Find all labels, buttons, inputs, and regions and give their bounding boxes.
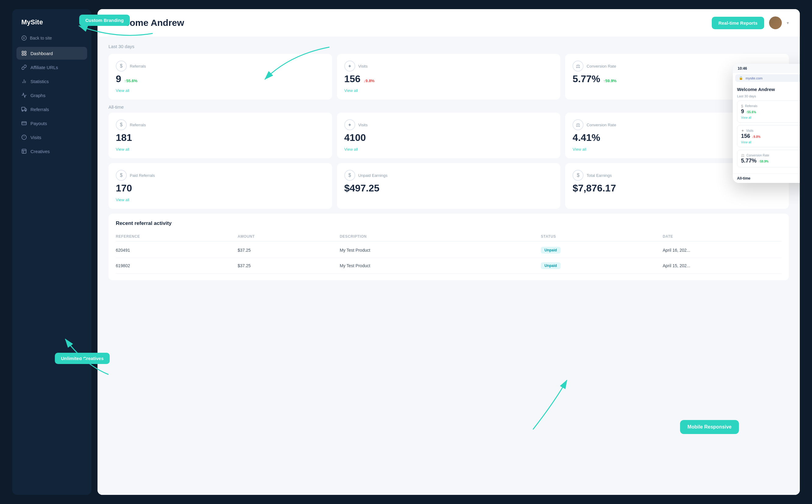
col-description: Description [340,234,538,239]
last30-conversion-change: ↑59.9% [603,79,617,83]
graphs-icon [21,93,27,98]
mobile-ref-label: Referrals [745,104,758,108]
last30-visits-card: ✦ Visits 156 ↓9.8% View all [337,54,561,100]
mobile-referrals-card: $ Referrals 9 ↑55.6% View all [737,100,800,123]
alltime-unpaid-value: $497.25 [344,183,553,194]
last30-visits-view-all[interactable]: View all [344,88,553,93]
alltime-referrals-value: 181 [116,132,325,143]
sidebar: MySite Back to site Dashboard [12,9,91,495]
mobile-conv-value: 5.77% [741,158,757,164]
affiliate-urls-label: Affiliate URLs [30,65,58,70]
visits-label: Visits [30,135,41,140]
creatives-label: Creatives [30,149,50,154]
back-to-site-button[interactable]: Back to site [12,32,91,44]
realtime-reports-button[interactable]: Real-time Reports [712,17,764,29]
mobile-visits-icon: ✦ [741,128,744,133]
mobile-responsive-button[interactable]: Mobile Responsive [680,420,739,434]
last30-cards-row: $ Referrals 9 ↑55.6% View all ✦ Visits [108,54,789,100]
last30-label: Last 30 days [108,44,789,49]
last30-referrals-view-all[interactable]: View all [116,88,325,93]
alltime-label: All-time [108,104,789,110]
last30-referrals-value: 9 [116,73,121,85]
sidebar-item-statistics[interactable]: Statistics [16,75,87,88]
referrals-label: Referrals [30,107,49,112]
sidebar-item-dashboard[interactable]: Dashboard [16,47,87,60]
svg-rect-1 [22,51,23,53]
main-header: Welcome Andrew Real-time Reports ▾ [97,9,800,37]
mobile-welcome: Welcome Andrew [737,87,800,92]
mobile-ref-change: ↑55.6% [746,110,756,114]
user-dropdown-chevron[interactable]: ▾ [787,20,789,25]
row1-reference: 620491 [116,248,235,253]
graphs-label: Graphs [30,93,45,98]
alltime-paid-referrals-value: 170 [116,183,325,194]
back-icon [21,35,27,41]
sidebar-item-payouts[interactable]: Payouts [16,117,87,130]
recent-activity-title: Recent referral activity [116,220,782,226]
alltime-visits-value: 4100 [344,132,553,143]
payouts-icon [21,121,27,126]
alltime-paid-referrals-icon: $ [116,170,127,181]
row2-date: April 15, 202... [663,263,782,268]
visits-icon-circle: ✦ [344,61,355,72]
statistics-icon [21,79,27,84]
row2-status: Unpaid [541,262,660,269]
alltime-visits-label: Visits [358,123,368,127]
svg-rect-13 [22,149,26,153]
table-row: 619802 $37.25 My Test Product Unpaid Apr… [116,258,782,274]
alltime-unpaid-label: Unpaid Earnings [358,173,388,178]
row2-description: My Test Product [340,263,538,268]
mobile-ref-icon: $ [741,104,743,108]
dashboard-label: Dashboard [30,51,53,56]
sidebar-item-referrals[interactable]: Referrals [16,103,87,116]
mobile-conv-label: Conversion Rate [747,154,769,157]
col-date: Date [663,234,782,239]
dashboard-icon [21,51,27,56]
alltime-paid-referrals-label: Paid Referrals [130,173,155,178]
svg-point-7 [25,110,26,111]
row1-status-badge: Unpaid [541,247,561,254]
alltime-visits-card: ✦ Visits 4100 View all [337,113,561,158]
custom-branding-annotation: Custom Branding [79,15,130,26]
last30-conversion-value: 5.77% [572,73,600,85]
last30-referrals-label: Referrals [130,64,146,68]
avatar-image [769,16,782,29]
row1-description: My Test Product [340,248,538,253]
row1-date: April 16, 202... [663,248,782,253]
mobile-visits-view-all[interactable]: View all [741,141,800,144]
alltime-visits-icon: ✦ [344,119,355,130]
statistics-label: Statistics [30,79,49,84]
svg-rect-8 [22,122,26,125]
sidebar-item-affiliate-urls[interactable]: Affiliate URLs [16,61,87,74]
mobile-urlbar: 🔒 mysite.com ↻ [735,74,800,82]
svg-point-6 [22,110,23,111]
alltime-visits-view-all[interactable]: View all [344,147,553,152]
mobile-visits-value: 156 [741,133,750,139]
alltime-total-value: $7,876.17 [572,183,782,194]
mobile-url: mysite.com [746,76,763,80]
lock-icon: 🔒 [739,76,743,80]
mobile-time: 10:46 [738,66,747,71]
svg-rect-2 [25,51,26,53]
alltime-referrals-view-all[interactable]: View all [116,147,325,152]
table-header: Reference Amount Description Status Date [116,232,782,241]
sidebar-item-visits[interactable]: Visits [16,131,87,144]
col-status: Status [541,234,660,239]
alltime-paid-referrals-view-all[interactable]: View all [116,198,325,202]
mobile-statusbar: 10:46 ▲ ▮▮▮ [733,64,800,73]
mobile-visits-label: Visits [746,129,754,132]
alltime-cards-row-1: $ Referrals 181 View all ✦ Visits 4100 V… [108,113,789,158]
alltime-unpaid-earnings-card: $ Unpaid Earnings $497.25 [337,163,561,209]
sidebar-item-graphs[interactable]: Graphs [16,89,87,102]
mobile-body: Welcome Andrew Last 30 days $ Referrals … [733,83,800,173]
last30-referrals-card: $ Referrals 9 ↑55.6% View all [108,54,332,100]
mobile-ref-view-all[interactable]: View all [741,116,800,119]
mobile-ref-value: 9 [741,108,744,115]
row1-amount: $37.25 [238,248,337,253]
unlimited-creatives-annotation: Unlimited Creatives [55,353,110,364]
avatar [769,16,782,29]
alltime-referrals-label: Referrals [130,123,146,127]
mobile-conversion-card: ⚖ Conversion Rate 5.77% ↑59.9% [737,150,800,167]
mobile-conv-change: ↑59.9% [758,160,768,163]
sidebar-item-creatives[interactable]: Creatives [16,145,87,158]
